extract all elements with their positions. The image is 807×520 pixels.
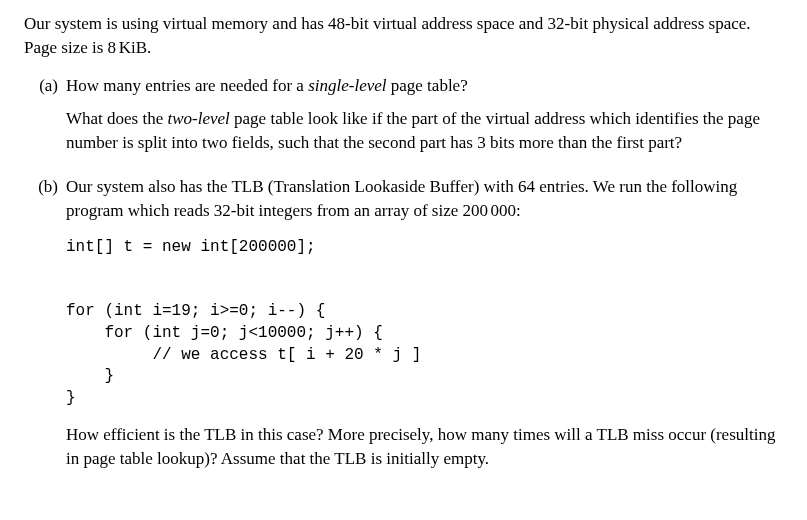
part-b-label: (b) bbox=[24, 175, 66, 481]
part-b-paragraph2: How efficient is the TLB in this case? M… bbox=[66, 423, 783, 471]
part-a-question1: How many entries are needed for a single… bbox=[66, 74, 783, 98]
part-a-q1-em: single-level bbox=[308, 76, 386, 95]
code-block: int[] t = new int[200000]; for (int i=19… bbox=[66, 237, 783, 410]
part-a-q1-before: How many entries are needed for a bbox=[66, 76, 308, 95]
part-b: (b) Our system also has the TLB (Transla… bbox=[24, 175, 783, 481]
part-b-paragraph1: Our system also has the TLB (Translation… bbox=[66, 175, 783, 223]
part-a-question2: What does the two-level page table look … bbox=[66, 107, 783, 155]
intro-sentence1: Our system is using virtual memory and h… bbox=[24, 14, 751, 33]
part-b-p1-after: 000: bbox=[491, 201, 521, 220]
part-b-body: Our system also has the TLB (Translation… bbox=[66, 175, 783, 481]
part-a-q2-before: What does the bbox=[66, 109, 168, 128]
part-b-p1-before: Our system also has the TLB (Translation… bbox=[66, 177, 737, 220]
part-a-q1-after: page table? bbox=[387, 76, 468, 95]
part-a-q2-em: two-level bbox=[168, 109, 230, 128]
intro-paragraph: Our system is using virtual memory and h… bbox=[24, 12, 783, 60]
intro-sentence2-suffix: KiB. bbox=[119, 38, 152, 57]
intro-sentence2-prefix: Page size is 8 bbox=[24, 38, 116, 57]
part-a: (a) How many entries are needed for a si… bbox=[24, 74, 783, 165]
part-a-body: How many entries are needed for a single… bbox=[66, 74, 783, 165]
part-a-label: (a) bbox=[24, 74, 66, 165]
